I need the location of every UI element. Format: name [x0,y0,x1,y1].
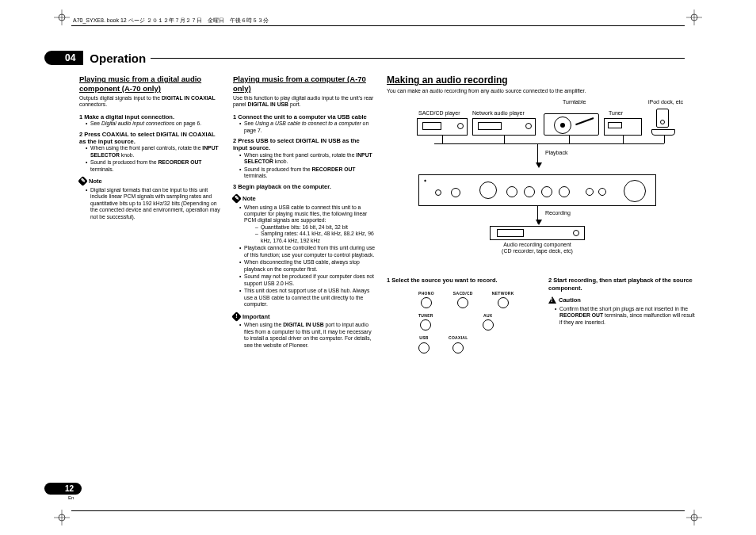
selector-coaxial: COAXIAL [449,335,468,353]
list-item: When using the front panel controls, rot… [239,152,376,166]
col1-step2-list: When using the front panel controls, rot… [79,145,222,173]
col2-step1: 1 Connect the unit to a computer via USB… [233,113,376,120]
col2-note-list: When using a USB cable to connect this u… [233,204,376,308]
crop-mark-icon [54,510,70,525]
selector-ring-icon [418,342,430,353]
col1-step1-list: See Digital audio input connections on p… [79,120,222,127]
selector-aux: AUX [483,313,494,331]
selector-row: USB COAXIAL [418,335,534,353]
col3-heading: Making an audio recording [387,75,696,86]
text: Sound is produced from the [244,166,311,172]
device-tuner [604,118,642,136]
caution-label: Caution [548,296,696,304]
text: knob. [120,152,135,158]
caution-icon [548,296,556,304]
text: Outputs digital signals input to the [79,95,162,101]
col2-step2: 2 Press USB to select DIGITAL IN USB as … [233,137,376,152]
text-bold: RECORDER OUT [158,159,201,165]
text: See [90,120,101,126]
col3-intro: You can make an audio recording from any… [387,88,696,94]
diagram-label-playback: Playback [545,150,567,157]
note-icon: ✎ [231,193,242,204]
list-item: See Digital audio input connections on p… [86,120,222,127]
column-3: Making an audio recording You can make a… [387,75,696,487]
text-bold: RECORDER OUT [559,312,603,318]
selector-ring-icon [420,319,431,331]
text: When using the front panel controls, rot… [90,145,202,151]
diagram-vline [623,136,624,143]
footer-rule [71,510,685,511]
selector-label: TUNER [418,313,433,318]
selector-phono: PHONO [418,291,434,308]
selector-ring-icon [498,297,509,308]
text: terminals. [90,166,113,172]
diagram-vline [664,136,665,143]
important-label-text: Important [242,313,270,320]
col1-intro: Outputs digital signals input to the DIG… [79,95,222,109]
caution-label-text: Caution [559,296,581,304]
note-label: ✎Note [233,195,376,202]
diagram-label-tuner: Tuner [609,110,623,117]
important-label: !Important [233,313,376,320]
column-2: Playing music from a computer (A-70 only… [233,75,376,487]
diagram-hline [434,143,664,144]
diagram-vline [504,136,505,143]
selector-label: AUX [483,313,492,318]
page-number: 12 [44,483,82,495]
section-header: 04 Operation [44,51,685,65]
header-rule [71,25,685,26]
selector-ring-icon [452,342,464,353]
arrow-down-icon [534,220,540,226]
section-title: Operation [90,52,146,65]
text-bold: DIGITAL IN USB [248,101,288,107]
device-ipod [651,109,675,136]
selector-ring-icon [483,319,494,331]
selector-label: SACD/CD [453,291,473,296]
col1-note-list: Digital signal formats that can be input… [79,187,222,220]
text: terminals. [244,173,267,178]
col2-step1-list: See Using a USB cable to connect to a co… [233,120,376,134]
col2-heading: Playing music from a computer (A-70 only… [233,75,376,94]
diagram-label-ipod: iPod dock, etc [648,99,683,106]
crop-mark-icon [686,10,702,25]
device-turntable [544,113,599,136]
note-label: ✎Note [79,178,222,185]
device-nap [472,118,536,136]
diagram-label-turntable: Turntable [563,99,586,106]
page-footer: 12 En [44,480,82,500]
note-label-text: Note [89,178,102,185]
selector-row: TUNER . AUX [418,313,534,331]
list-item: When using the front panel controls, rot… [86,145,222,159]
col2-important-list: When using the DIGITAL IN USB port to in… [233,322,376,349]
book-meta: A70_SYXE8. book 12 ページ ２０１２年７月２７日 金曜日 午後… [73,17,269,25]
selector-network: NETWORK [492,291,514,308]
text: When using the [244,322,283,327]
diagram-recorder-caption: Audio recording component (CD recorder, … [474,242,601,254]
list-item: Sound may not be produced if your comput… [239,273,376,287]
text: port. [288,101,301,107]
device-recorder [490,226,585,240]
col1-heading-line2: component (A-70 only) [79,84,161,93]
diagram-label-nap: Network audio player [472,110,525,117]
content-columns: Playing music from a digital audio compo… [79,75,724,487]
list-item: See Using a USB cable to connect to a co… [239,120,376,134]
col1-heading-line1: Playing music from a digital audio [79,75,201,83]
list-item: When using a USB cable to connect this u… [239,204,376,245]
col3-right-sub: 2 Start recording, then start playback o… [548,273,696,357]
connection-diagram: SACD/CD player Network audio player Turn… [387,99,688,242]
diagram-vline [442,136,443,143]
selector-tuner: TUNER [418,313,433,331]
device-amplifier: ◆ [418,174,656,206]
text: See [244,120,255,126]
selector-sacd-cd: SACD/CD [453,291,473,308]
col3-step2: 2 Start recording, then start playback o… [548,277,696,292]
selector-row: PHONO SACD/CD NETWORK [418,291,534,308]
col1-step1: 1 Make a digital input connection. [79,113,222,120]
page-language: En [68,495,82,500]
diagram-label-recording: Recording [545,210,571,217]
text-bold: DIGITAL IN COAXIAL [162,95,216,101]
text: Sound is produced from the [90,159,158,165]
col2-intro: Use this function to play digital audio … [233,95,376,109]
text: knob. [273,159,288,164]
device-sacd [417,118,468,136]
